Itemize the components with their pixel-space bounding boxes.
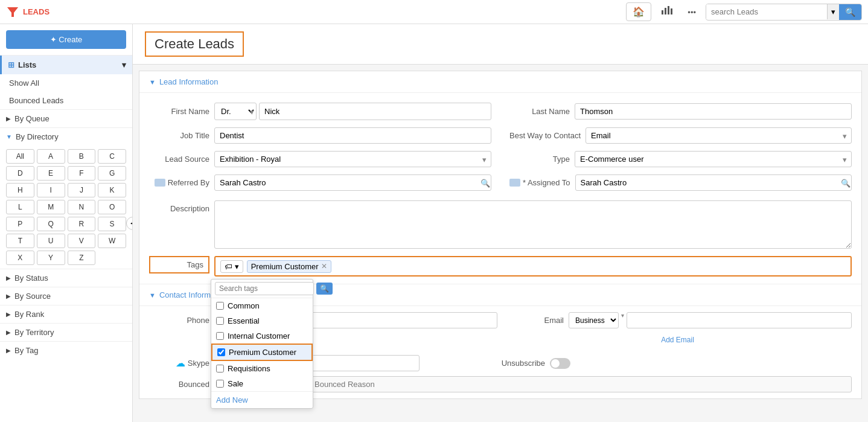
svg-rect-4	[668, 6, 669, 14]
sidebar-tag-section: ▶ By Tag	[0, 341, 132, 359]
sidebar-show-all[interactable]: Show All	[0, 74, 132, 92]
add-email-link[interactable]: Add Email	[661, 336, 694, 344]
lead-info-header[interactable]: ▼ Lead Information	[139, 71, 861, 93]
directory-letter-h[interactable]: H	[6, 183, 34, 197]
directory-letter-a[interactable]: A	[37, 149, 65, 164]
best-way-select[interactable]: EmailPhoneSkype	[586, 127, 852, 144]
tag-option-label-1: Essential	[228, 316, 260, 325]
directory-letter-o[interactable]: O	[98, 200, 126, 214]
directory-letter-e[interactable]: E	[37, 166, 65, 181]
tags-search-input[interactable]	[215, 282, 314, 295]
more-button[interactable]: •••	[683, 3, 701, 21]
directory-letter-c[interactable]: C	[98, 149, 126, 164]
name-group: Dr.Mr.Mrs.Ms.Prof.	[214, 103, 491, 120]
type-select[interactable]: E-Commerce userStandardPremium	[575, 151, 852, 167]
tag-checkbox-4[interactable]	[216, 365, 224, 372]
referred-by-field: 🔍	[214, 174, 491, 191]
search-dropdown-button[interactable]: ▾	[827, 4, 839, 19]
chevron-down-icon-2: ▼	[149, 78, 156, 86]
tag-icon-button[interactable]: 🏷 ▾	[220, 260, 243, 273]
email-type-select[interactable]: Business Personal	[569, 312, 619, 328]
sidebar-bounced-leads[interactable]: Bounced Leads	[0, 92, 132, 109]
search-input[interactable]	[706, 4, 827, 19]
arrow-right-icon-2: ▶	[6, 275, 11, 281]
tag-checkbox-2[interactable]	[216, 332, 224, 340]
tags-row: Tags 🏷 ▾ Premium Customer ✕ 🔍	[139, 256, 861, 284]
directory-letter-w[interactable]: W	[98, 234, 126, 248]
create-button[interactable]: ✦ Create	[6, 30, 126, 49]
sidebar-by-tag[interactable]: ▶ By Tag	[0, 342, 132, 359]
directory-letter-d[interactable]: D	[6, 166, 34, 181]
tag-option-label-3: Premium Customer	[229, 348, 296, 357]
job-title-row: Job Title	[149, 127, 491, 144]
tags-search-button[interactable]: 🔍	[316, 283, 333, 295]
bounced-reason-input[interactable]	[309, 376, 852, 392]
directory-letter-j[interactable]: J	[68, 183, 96, 197]
directory-letter-g[interactable]: G	[98, 166, 126, 181]
add-email-row: Add Email	[503, 334, 852, 347]
tags-field[interactable]: 🏷 ▾ Premium Customer ✕	[214, 256, 852, 277]
sidebar-lists-label: Lists	[18, 60, 36, 69]
directory-letter-p[interactable]: P	[6, 217, 34, 231]
lead-source-label: Lead Source	[149, 155, 209, 164]
prefix-select[interactable]: Dr.Mr.Mrs.Ms.Prof.	[214, 103, 257, 120]
directory-letter-z[interactable]: Z	[68, 251, 96, 265]
email-input[interactable]	[627, 312, 852, 328]
tag-chip-remove-button[interactable]: ✕	[321, 262, 327, 270]
directory-letter-m[interactable]: M	[37, 200, 65, 214]
directory-letter-all[interactable]: All	[6, 149, 34, 164]
referred-by-input[interactable]	[214, 174, 491, 191]
best-way-label: Best Way to Contact	[509, 131, 581, 140]
type-row: Type E-Commerce userStandardPremium	[509, 151, 852, 167]
directory-letter-u[interactable]: U	[37, 234, 65, 248]
directory-letter-x[interactable]: X	[6, 251, 34, 265]
directory-letter-q[interactable]: Q	[37, 217, 65, 231]
chart-button[interactable]	[656, 3, 678, 21]
directory-letter-f[interactable]: F	[68, 166, 96, 181]
directory-letter-y[interactable]: Y	[37, 251, 65, 265]
tags-add-new[interactable]: Add New	[211, 391, 313, 408]
description-label: Description	[149, 200, 209, 213]
sidebar-by-status[interactable]: ▶ By Status	[0, 269, 132, 287]
arrow-down-icon: ▼	[6, 133, 12, 140]
tag-option-2[interactable]: Internal Customer	[211, 328, 313, 344]
lead-info-label: Lead Information	[159, 77, 219, 86]
directory-letter-t[interactable]: T	[6, 234, 34, 248]
sidebar-by-queue[interactable]: ▶ By Queue	[0, 110, 132, 127]
tag-checkbox-1[interactable]	[216, 317, 224, 325]
referred-by-search-button[interactable]: 🔍	[480, 178, 490, 187]
tag-option-3[interactable]: Premium Customer	[211, 344, 313, 361]
tag-option-0[interactable]: Common	[211, 298, 313, 313]
job-title-input[interactable]	[214, 127, 491, 144]
directory-letter-v[interactable]: V	[68, 234, 96, 248]
last-name-input[interactable]	[575, 103, 852, 120]
tag-checkbox-5[interactable]	[216, 380, 224, 388]
first-name-input[interactable]	[259, 103, 491, 120]
assigned-to-input[interactable]	[575, 174, 852, 191]
assigned-to-search-button[interactable]: 🔍	[841, 178, 850, 187]
directory-letter-b[interactable]: B	[68, 149, 96, 164]
lead-source-select[interactable]: Exhibition - RoyalWebPhoneReferral	[214, 151, 491, 167]
tag-option-1[interactable]: Essential	[211, 313, 313, 328]
tag-checkbox-0[interactable]	[216, 302, 224, 310]
sidebar-by-source[interactable]: ▶ By Source	[0, 287, 132, 305]
phone-spacer	[149, 334, 497, 347]
directory-letter-r[interactable]: R	[68, 217, 96, 231]
sidebar-by-territory[interactable]: ▶ By Territory	[0, 324, 132, 341]
sidebar-lists-header[interactable]: ⊞ Lists ▾	[0, 56, 132, 74]
sidebar-by-directory[interactable]: ▼ By Directory	[0, 128, 132, 145]
sidebar-by-rank[interactable]: ▶ By Rank	[0, 305, 132, 323]
search-go-button[interactable]: 🔍	[839, 4, 861, 20]
description-textarea[interactable]	[214, 200, 852, 249]
tag-checkbox-3[interactable]	[217, 348, 225, 356]
directory-letter-s[interactable]: S	[98, 217, 126, 231]
tag-option-5[interactable]: Sale	[211, 376, 313, 391]
directory-letter-n[interactable]: N	[68, 200, 96, 214]
home-button[interactable]: 🏠	[626, 2, 651, 21]
directory-letter-l[interactable]: L	[6, 200, 34, 214]
tag-option-4[interactable]: Requisitions	[211, 361, 313, 376]
directory-letter-k[interactable]: K	[98, 183, 126, 197]
referred-by-icon	[155, 179, 165, 187]
directory-letter-i[interactable]: I	[37, 183, 65, 197]
unsubscribe-toggle[interactable]	[550, 358, 570, 369]
